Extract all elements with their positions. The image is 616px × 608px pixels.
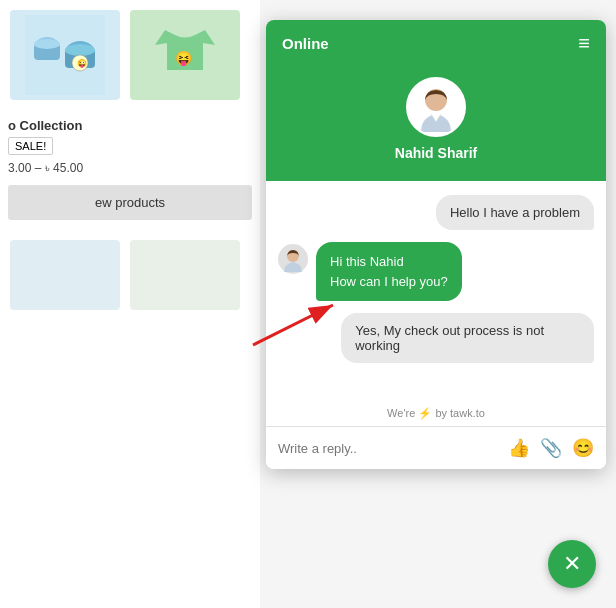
brand-suffix: by tawk.to — [435, 407, 485, 419]
chat-input-row: 👍 📎 😊 — [266, 426, 606, 469]
brand-bolt: ⚡ — [418, 407, 432, 419]
chat-menu-icon[interactable]: ≡ — [578, 32, 590, 55]
thumbs-up-icon[interactable]: 👍 — [508, 437, 530, 459]
shirt-svg: 😝 — [145, 15, 225, 95]
bottom-card-1[interactable] — [10, 240, 120, 310]
close-icon: ✕ — [563, 551, 581, 577]
svg-point-8 — [34, 39, 60, 49]
agent-name: Nahid Sharif — [395, 145, 477, 161]
product-card-beanie[interactable]: 😜 — [10, 10, 120, 100]
bottom-card-2[interactable] — [130, 240, 240, 310]
price-range: 3.00 – ৳ 45.00 — [0, 159, 260, 177]
view-products-btn[interactable]: ew products — [8, 185, 252, 220]
chat-reply-input[interactable] — [278, 441, 500, 456]
chat-messages: Hello I have a problem Hi this NahidHow … — [266, 181, 606, 401]
chat-brand-footer: We're ⚡ by tawk.to — [266, 401, 606, 426]
bottom-product-cards — [0, 230, 260, 320]
message-1: Hello I have a problem — [436, 195, 594, 230]
agent-avatar-svg — [411, 82, 461, 132]
message-3: Yes, My check out process is not working — [341, 313, 594, 363]
beanie-svg: 😜 — [25, 15, 105, 95]
chat-status: Online — [282, 35, 329, 52]
chat-close-button[interactable]: ✕ — [548, 540, 596, 588]
message-2: Hi this NahidHow can I help you? — [316, 242, 462, 301]
chat-widget: Online ≡ Nahid Sharif Hello I have a pro… — [266, 20, 606, 469]
product-image-shirt: 😝 — [130, 10, 240, 100]
chat-input-icons: 👍 📎 😊 — [508, 437, 594, 459]
product-grid: 😜 😝 — [0, 0, 260, 110]
agent-avatar — [406, 77, 466, 137]
svg-text:😝: 😝 — [175, 50, 193, 67]
brand-text: We're — [387, 407, 415, 419]
svg-point-3 — [65, 44, 95, 56]
shop-background: 😜 😝 o Collection SALE! — [0, 0, 260, 608]
agent-avatar-small-svg — [280, 246, 306, 272]
product-card-shirt[interactable]: 😝 — [130, 10, 240, 100]
message-2-row: Hi this NahidHow can I help you? — [278, 242, 594, 301]
attachment-icon[interactable]: 📎 — [540, 437, 562, 459]
agent-avatar-small — [278, 244, 308, 274]
chat-header: Online ≡ — [266, 20, 606, 67]
chat-agent-section: Nahid Sharif — [266, 67, 606, 181]
emoji-icon[interactable]: 😊 — [572, 437, 594, 459]
collection-label: o Collection — [0, 118, 260, 133]
sale-badge: SALE! — [8, 137, 53, 155]
product-image-beanie: 😜 — [10, 10, 120, 100]
svg-text:😜: 😜 — [77, 58, 87, 68]
